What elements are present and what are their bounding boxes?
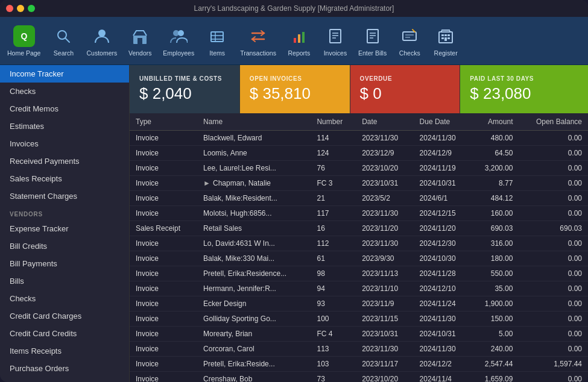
table-row[interactable]: Invoice Balak, Mike:330 Mai... 61 2023/9… xyxy=(130,251,588,266)
table-row[interactable]: Invoice Balak, Mike:Resident... 21 2023/… xyxy=(130,191,588,206)
toolbar-item-register[interactable]: Register xyxy=(428,19,464,63)
cell-name: Loomis, Anne xyxy=(197,146,311,161)
table-row[interactable]: Invoice Molotsi, Hugh:6856... 117 2023/1… xyxy=(130,206,588,221)
cell-date: 2023/11/20 xyxy=(356,221,413,236)
table-container[interactable]: Type Name Number Date Due Date Amount Op… xyxy=(130,113,588,382)
toolbar-item-search[interactable]: Search xyxy=(45,19,81,63)
card-unbilled: UNBILLED TIME & COSTS $ 2,040 xyxy=(130,65,240,113)
checks-toolbar-icon xyxy=(399,25,420,47)
col-open-balance: Open Balance xyxy=(519,113,588,131)
cell-due-date: 2024/11/28 xyxy=(414,266,471,281)
col-number: Number xyxy=(311,113,356,131)
table-row[interactable]: Invoice Golliday Sporting Go... 100 2023… xyxy=(130,312,588,327)
sidebar-item-received-payments[interactable]: Received Payments xyxy=(0,152,129,170)
sidebar-item-bill-credits[interactable]: Bill Credits xyxy=(0,237,129,255)
sidebar-item-checks[interactable]: Checks xyxy=(0,83,129,100)
table-row[interactable]: Invoice Hermann, Jennifer:R... 94 2023/1… xyxy=(130,281,588,296)
window-title: Larry's Landscaping & Garden Supply [Mig… xyxy=(194,4,394,13)
cell-name: Molotsi, Hugh:6856... xyxy=(197,206,311,221)
sidebar-item-income-tracker[interactable]: Income Tracker xyxy=(0,65,129,83)
maximize-button[interactable] xyxy=(28,5,35,12)
sidebar-item-expense-tracker[interactable]: Expense Tracker xyxy=(0,220,129,237)
search-icon xyxy=(52,25,74,47)
toolbar-item-items[interactable]: Items xyxy=(199,19,235,63)
minimize-button[interactable] xyxy=(17,5,24,12)
toolbar-register-label: Register xyxy=(434,49,458,57)
cell-type: Invoice xyxy=(130,131,197,146)
card-open-amount: $ 35,810 xyxy=(250,84,340,103)
cell-amount: 8.77 xyxy=(471,176,519,191)
table-row[interactable]: Invoice Blackwell, Edward 114 2023/11/30… xyxy=(130,131,588,146)
cell-due-date: 2024/11/19 xyxy=(414,161,471,176)
cell-name: Blackwell, Edward xyxy=(197,131,311,146)
table-row[interactable]: Invoice Morearty, Brian FC 4 2023/10/31 … xyxy=(130,327,588,342)
toolbar-enter-bills-label: Enter Bills xyxy=(358,49,387,57)
sidebar-item-credit-card-credits[interactable]: Credit Card Credits xyxy=(0,325,129,342)
toolbar-item-transactions[interactable]: Transactions xyxy=(235,19,281,63)
cell-name: Lee, Laurel:Lee Resi... xyxy=(197,161,311,176)
svg-rect-17 xyxy=(367,30,378,43)
sidebar-item-items-receipts[interactable]: Items Receipts xyxy=(0,342,129,360)
cell-due-date: 2024/10/31 xyxy=(414,327,471,342)
cell-type: Invoice xyxy=(130,357,197,372)
sidebar-item-bill-payments[interactable]: Bill Payments xyxy=(0,255,129,272)
cell-due-date: 2024/11/30 xyxy=(414,312,471,327)
table-row[interactable]: Invoice Ecker Design 93 2023/11/9 2024/1… xyxy=(130,296,588,312)
register-icon xyxy=(435,25,457,47)
toolbar-item-reports[interactable]: Reports xyxy=(281,19,317,63)
svg-point-8 xyxy=(178,30,184,36)
enter-bills-icon xyxy=(362,25,384,47)
toolbar-item-enter-bills[interactable]: Enter Bills xyxy=(353,19,391,63)
sidebar-item-bills[interactable]: Bills xyxy=(0,272,129,290)
sidebar-item-checks-v[interactable]: Checks xyxy=(0,290,129,307)
toolbar-item-invoices[interactable]: Invoices xyxy=(317,19,353,63)
sidebar-item-credit-memos[interactable]: Credit Memos xyxy=(0,100,129,117)
table-row[interactable]: Invoice Lo, David:4631 W In... 112 2023/… xyxy=(130,236,588,251)
table-row[interactable]: Sales Receipt Retail Sales 16 2023/11/20… xyxy=(130,221,588,236)
cell-open-balance: 690.03 xyxy=(519,221,588,236)
table-row[interactable]: Invoice ►Chapman, Natalie FC 3 2023/10/3… xyxy=(130,176,588,191)
toolbar-transactions-label: Transactions xyxy=(240,49,276,57)
cell-open-balance: 0.00 xyxy=(519,176,588,191)
table-row[interactable]: Invoice Corcoran, Carol 113 2023/11/30 2… xyxy=(130,342,588,357)
cell-type: Invoice xyxy=(130,206,197,221)
card-open-invoices: OPEN INVOICES $ 35,810 xyxy=(240,65,350,113)
table-row[interactable]: Invoice Lee, Laurel:Lee Resi... 76 2023/… xyxy=(130,161,588,176)
cell-amount: 1,900.00 xyxy=(471,296,519,312)
svg-rect-12 xyxy=(302,32,305,43)
toolbar-item-vendors[interactable]: Vendors xyxy=(122,19,158,63)
toolbar-item-customers[interactable]: Customers xyxy=(81,19,122,63)
sidebar-item-statement-charges[interactable]: Statement Charges xyxy=(0,187,129,205)
table-row[interactable]: Invoice Pretell, Erika:Reside... 103 202… xyxy=(130,357,588,372)
cell-type: Invoice xyxy=(130,342,197,357)
close-button[interactable] xyxy=(6,5,13,12)
vendors-section-header: VENDORS xyxy=(0,205,129,220)
cell-date: 2023/11/9 xyxy=(356,296,413,312)
cell-type: Invoice xyxy=(130,176,197,191)
cell-date: 2023/11/10 xyxy=(356,281,413,296)
traffic-lights xyxy=(6,5,35,12)
table-row[interactable]: Invoice Crenshaw, Bob 73 2023/10/20 2024… xyxy=(130,372,588,383)
table-row[interactable]: Invoice Pretell, Erika:Residence... 98 2… xyxy=(130,266,588,281)
cell-number: 103 xyxy=(311,357,356,372)
cell-number: 16 xyxy=(311,221,356,236)
svg-line-3 xyxy=(65,38,69,42)
toolbar-item-checks[interactable]: Checks xyxy=(391,19,428,63)
cell-open-balance: 0.00 xyxy=(519,327,588,342)
reports-icon xyxy=(288,25,310,47)
cell-open-balance: 0.00 xyxy=(519,342,588,357)
cell-type: Invoice xyxy=(130,312,197,327)
sidebar-item-sales-receipts[interactable]: Sales Receipts xyxy=(0,170,129,187)
toolbar-item-employees[interactable]: Employees xyxy=(158,19,199,63)
svg-rect-21 xyxy=(403,32,416,40)
table-row[interactable]: Invoice Loomis, Anne 124 2023/12/9 2024/… xyxy=(130,146,588,161)
toolbar-item-home[interactable]: Q Home Page xyxy=(2,19,45,63)
sidebar-item-purchase-orders[interactable]: Purchase Orders xyxy=(0,360,129,377)
sidebar-item-estimates[interactable]: Estimates xyxy=(0,117,129,135)
customers-icon xyxy=(91,25,113,47)
sidebar-item-credit-card-charges[interactable]: Credit Card Charges xyxy=(0,307,129,325)
sidebar-item-invoices[interactable]: Invoices xyxy=(0,135,129,152)
cell-name: Ecker Design xyxy=(197,296,311,312)
sidebar-item-sales-tax-payments[interactable]: Sales Tax Payments xyxy=(0,377,129,382)
main-content: Income Tracker Checks Credit Memos Estim… xyxy=(0,65,588,382)
